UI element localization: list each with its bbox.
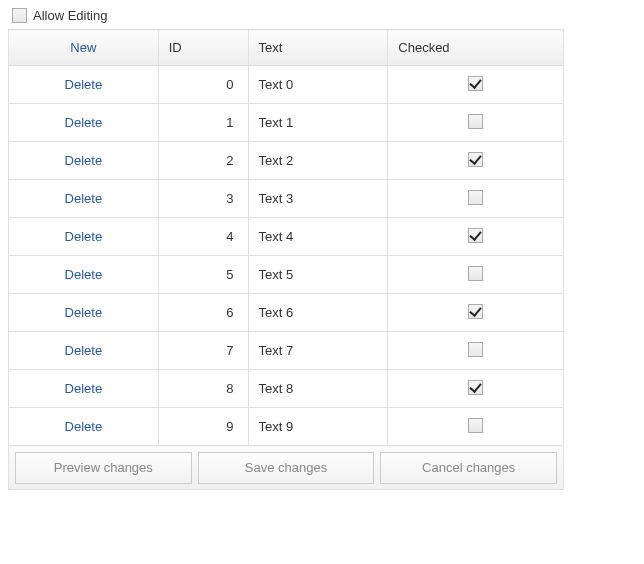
save-changes-button[interactable]: Save changes	[198, 452, 375, 484]
delete-link[interactable]: Delete	[65, 343, 103, 358]
table-row: Delete0Text 0	[9, 66, 564, 104]
data-grid: New ID Text Checked Delete0Text 0Delete1…	[8, 29, 564, 490]
cell-checked	[388, 408, 564, 446]
cell-action: Delete	[9, 256, 159, 294]
table-row: Delete2Text 2	[9, 142, 564, 180]
cell-action: Delete	[9, 408, 159, 446]
table-row: Delete8Text 8	[9, 370, 564, 408]
header-new: New	[9, 30, 159, 66]
table-row: Delete4Text 4	[9, 218, 564, 256]
cell-action: Delete	[9, 142, 159, 180]
cell-text: Text 8	[248, 370, 388, 408]
allow-editing-label: Allow Editing	[33, 8, 107, 23]
cell-checked	[388, 66, 564, 104]
cell-action: Delete	[9, 104, 159, 142]
row-checkbox[interactable]	[468, 380, 483, 395]
cell-id: 1	[158, 104, 248, 142]
allow-editing-checkbox[interactable]	[12, 8, 27, 23]
cell-id: 5	[158, 256, 248, 294]
delete-link[interactable]: Delete	[65, 229, 103, 244]
allow-editing-row: Allow Editing	[8, 8, 636, 23]
cell-text: Text 9	[248, 408, 388, 446]
cell-text: Text 7	[248, 332, 388, 370]
cell-action: Delete	[9, 332, 159, 370]
row-checkbox[interactable]	[468, 228, 483, 243]
cell-text: Text 3	[248, 180, 388, 218]
row-checkbox[interactable]	[468, 114, 483, 129]
table-row: Delete1Text 1	[9, 104, 564, 142]
cell-checked	[388, 180, 564, 218]
cancel-changes-button[interactable]: Cancel changes	[380, 452, 557, 484]
cell-id: 2	[158, 142, 248, 180]
cell-id: 9	[158, 408, 248, 446]
delete-link[interactable]: Delete	[65, 153, 103, 168]
cell-text: Text 5	[248, 256, 388, 294]
new-link[interactable]: New	[70, 40, 96, 55]
row-checkbox[interactable]	[468, 304, 483, 319]
cell-id: 8	[158, 370, 248, 408]
cell-checked	[388, 370, 564, 408]
delete-link[interactable]: Delete	[65, 381, 103, 396]
delete-link[interactable]: Delete	[65, 115, 103, 130]
cell-checked	[388, 256, 564, 294]
cell-id: 0	[158, 66, 248, 104]
cell-id: 4	[158, 218, 248, 256]
cell-checked	[388, 104, 564, 142]
cell-action: Delete	[9, 180, 159, 218]
header-text: Text	[248, 30, 388, 66]
cell-id: 3	[158, 180, 248, 218]
preview-changes-button[interactable]: Preview changes	[15, 452, 192, 484]
header-row: New ID Text Checked	[9, 30, 564, 66]
delete-link[interactable]: Delete	[65, 305, 103, 320]
cell-checked	[388, 294, 564, 332]
header-checked: Checked	[388, 30, 564, 66]
table-row: Delete6Text 6	[9, 294, 564, 332]
row-checkbox[interactable]	[468, 342, 483, 357]
table-row: Delete5Text 5	[9, 256, 564, 294]
delete-link[interactable]: Delete	[65, 267, 103, 282]
cell-action: Delete	[9, 294, 159, 332]
cell-text: Text 2	[248, 142, 388, 180]
cell-text: Text 4	[248, 218, 388, 256]
delete-link[interactable]: Delete	[65, 419, 103, 434]
row-checkbox[interactable]	[468, 418, 483, 433]
table-row: Delete9Text 9	[9, 408, 564, 446]
cell-checked	[388, 218, 564, 256]
table-row: Delete3Text 3	[9, 180, 564, 218]
cell-id: 6	[158, 294, 248, 332]
cell-checked	[388, 142, 564, 180]
cell-action: Delete	[9, 66, 159, 104]
cell-text: Text 0	[248, 66, 388, 104]
row-checkbox[interactable]	[468, 152, 483, 167]
cell-action: Delete	[9, 218, 159, 256]
delete-link[interactable]: Delete	[65, 77, 103, 92]
cell-id: 7	[158, 332, 248, 370]
row-checkbox[interactable]	[468, 190, 483, 205]
cell-text: Text 6	[248, 294, 388, 332]
cell-action: Delete	[9, 370, 159, 408]
cell-checked	[388, 332, 564, 370]
table-row: Delete7Text 7	[9, 332, 564, 370]
row-checkbox[interactable]	[468, 76, 483, 91]
footer-row: Preview changes Save changes Cancel chan…	[9, 446, 564, 490]
row-checkbox[interactable]	[468, 266, 483, 281]
delete-link[interactable]: Delete	[65, 191, 103, 206]
header-id: ID	[158, 30, 248, 66]
cell-text: Text 1	[248, 104, 388, 142]
